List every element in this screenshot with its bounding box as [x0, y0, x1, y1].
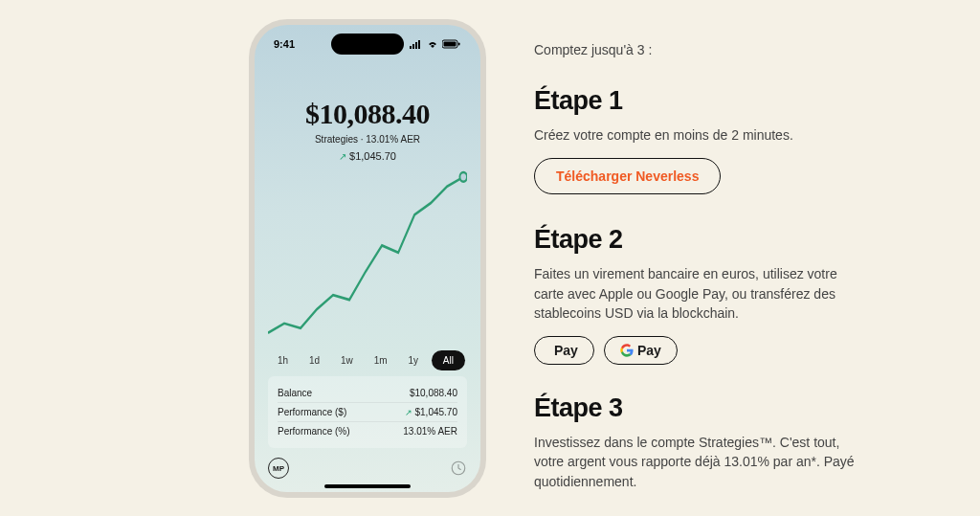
account-summary: $10,088.40 Strategies · 13.01% AER $1,04… — [268, 98, 467, 162]
time-range-switcher: 1h 1d 1w 1m 1y All — [270, 350, 465, 370]
apple-pay-badge: Pay — [534, 336, 594, 365]
step3-body: Investissez dans le compte Strategies™. … — [534, 433, 859, 491]
stats-balance-label: Balance — [278, 388, 312, 398]
time-range-1d[interactable]: 1d — [301, 351, 327, 370]
google-pay-badge: Pay — [604, 336, 678, 365]
svg-rect-2 — [415, 42, 417, 49]
stats-perf-usd-label: Performance ($) — [278, 407, 346, 417]
account-subtitle: Strategies · 13.01% AER — [268, 134, 467, 145]
signal-icon — [410, 39, 423, 49]
time-range-1y[interactable]: 1y — [400, 351, 426, 370]
time-range-1m[interactable]: 1m — [367, 351, 395, 370]
dynamic-island — [331, 34, 404, 55]
step2-title: Étape 2 — [534, 225, 879, 255]
svg-rect-3 — [418, 40, 420, 49]
steps-lead: Comptez jusqu'à 3 : — [534, 42, 879, 57]
account-balance-big: $10,088.40 — [268, 98, 467, 130]
wifi-icon — [426, 39, 439, 49]
google-icon — [620, 344, 634, 357]
clock-icon[interactable] — [450, 460, 467, 477]
stats-perf-pct-label: Performance (%) — [278, 426, 350, 437]
stats-card: Balance $10,088.40 Performance ($) $1,04… — [268, 376, 467, 448]
step2-body: Faites un virement bancaire en euros, ut… — [534, 264, 859, 323]
step1-title: Étape 1 — [534, 86, 879, 116]
time-range-1w[interactable]: 1w — [333, 351, 361, 370]
home-indicator — [324, 484, 411, 488]
svg-rect-5 — [444, 42, 457, 47]
step1-body: Créez votre compte en moins de 2 minutes… — [534, 125, 859, 145]
time-range-1h[interactable]: 1h — [270, 351, 296, 370]
svg-rect-0 — [410, 46, 412, 49]
time-range-all[interactable]: All — [432, 350, 465, 370]
step3-title: Étape 3 — [534, 393, 879, 423]
steps-column: Comptez jusqu'à 3 : Étape 1 Créez votre … — [534, 19, 879, 497]
svg-rect-6 — [458, 43, 460, 46]
chart-line — [268, 177, 463, 333]
account-gain: $1,045.70 — [268, 150, 467, 162]
stats-perf-usd-value: $1,045.70 — [405, 407, 458, 417]
status-icons — [410, 39, 461, 49]
performance-chart — [268, 168, 467, 345]
svg-rect-1 — [412, 44, 414, 49]
phone-frame: 9:41 $10,088.40 Strategies · 13.01% AER … — [249, 19, 486, 498]
chart-endpoint — [459, 172, 467, 182]
phone-screen: 9:41 $10,088.40 Strategies · 13.01% AER … — [255, 25, 480, 492]
download-button[interactable]: Télécharger Neverless — [534, 158, 721, 194]
stats-perf-pct-value: 13.01% AER — [403, 426, 457, 437]
status-time: 9:41 — [274, 38, 295, 50]
google-pay-label: Pay — [637, 343, 661, 358]
stats-balance-value: $10,088.40 — [410, 388, 457, 398]
avatar[interactable]: MP — [268, 458, 289, 479]
apple-pay-label: Pay — [554, 343, 578, 358]
battery-icon — [442, 39, 461, 49]
